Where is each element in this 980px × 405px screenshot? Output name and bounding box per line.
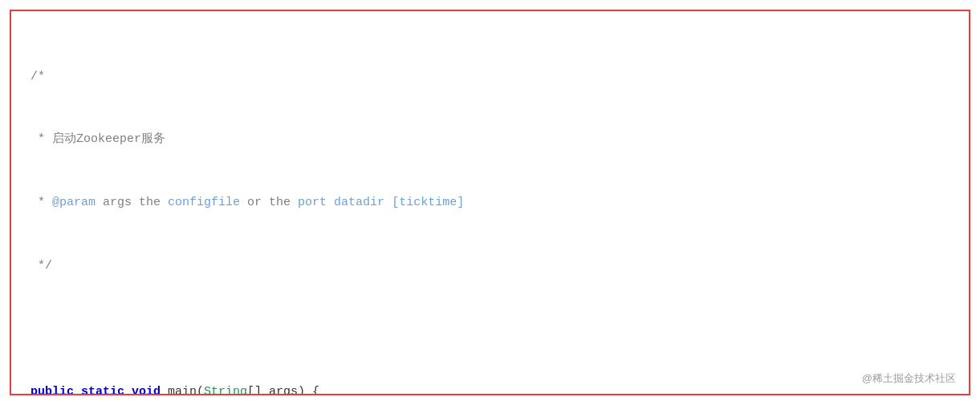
line-3: * @param args the configfile or the port… [30,192,950,213]
watermark: @稀土掘金技术社区 [862,371,956,386]
line-1: /* [30,67,950,87]
line-empty-1 [30,319,950,340]
code-container: /* * 启动Zookeeper服务 * @param args the con… [10,10,970,395]
line-5: public static void main(String[] args) { [30,382,950,395]
line-2: * 启动Zookeeper服务 [30,129,950,150]
line-4: */ [30,256,950,277]
code-block: /* * 启动Zookeeper服务 * @param args the con… [30,24,950,395]
